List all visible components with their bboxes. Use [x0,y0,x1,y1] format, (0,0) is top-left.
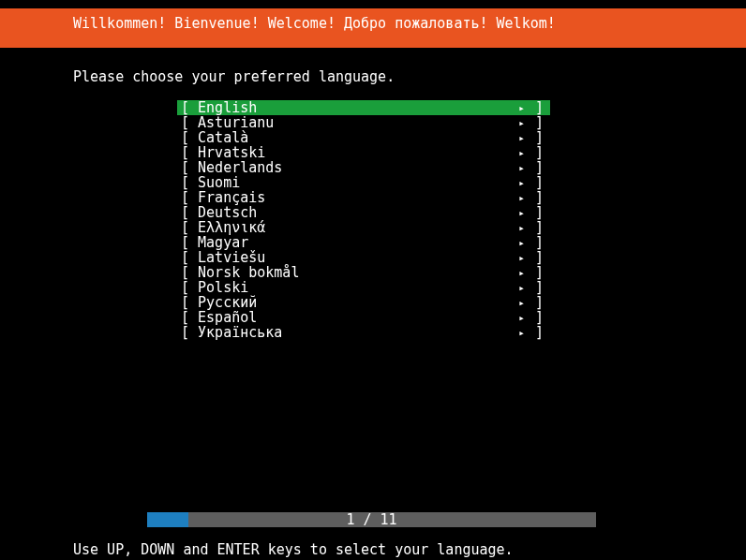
chevron-right-icon: ▸ [518,101,526,113]
language-arrow: ▸ ] [518,190,545,206]
language-list: [ English▸ ][ Asturianu▸ ][ Català▸ ][ H… [177,100,550,340]
language-option[interactable]: [ Nederlands▸ ] [177,160,550,175]
language-label: [ Hrvatski [181,145,265,160]
chevron-right-icon: ▸ [518,311,526,323]
language-option[interactable]: [ Magyar▸ ] [177,235,550,250]
chevron-right-icon: ▸ [518,191,526,203]
language-arrow: ▸ ] [518,145,545,161]
language-option[interactable]: [ Polski▸ ] [177,280,550,295]
chevron-right-icon: ▸ [518,146,526,158]
language-arrow: ▸ ] [518,280,545,296]
language-option[interactable]: [ Hrvatski▸ ] [177,145,550,160]
language-label: [ Norsk bokmål [181,265,299,280]
language-arrow: ▸ ] [518,265,545,281]
language-arrow: ▸ ] [518,205,545,221]
instruction-text: Please choose your preferred language. [0,48,746,85]
language-arrow: ▸ ] [518,100,545,116]
language-arrow: ▸ ] [518,160,545,176]
language-label: [ Català [181,130,248,145]
language-arrow: ▸ ] [518,175,545,191]
language-label: [ Français [181,190,265,205]
language-label: [ Nederlands [181,160,282,175]
chevron-right-icon: ▸ [518,266,526,278]
language-option[interactable]: [ Español▸ ] [177,310,550,325]
language-option[interactable]: [ Русский▸ ] [177,295,550,310]
language-arrow: ▸ ] [518,235,545,251]
header-bar: Willkommen! Bienvenue! Welcome! Добро по… [0,8,746,48]
language-label: [ Polski [181,280,248,295]
language-label: [ Magyar [181,235,248,250]
chevron-right-icon: ▸ [518,251,526,263]
language-option[interactable]: [ Norsk bokmål▸ ] [177,265,550,280]
chevron-right-icon: ▸ [518,206,526,218]
language-arrow: ▸ ] [518,115,545,131]
language-label: [ Українська [181,325,282,340]
progress-bar: 1 / 11 [147,512,596,527]
language-label: [ Latviešu [181,250,265,265]
language-label: [ Ελληνικά [181,220,265,235]
chevron-right-icon: ▸ [518,221,526,233]
language-label: [ Deutsch [181,205,257,220]
chevron-right-icon: ▸ [518,236,526,248]
chevron-right-icon: ▸ [518,281,526,293]
chevron-right-icon: ▸ [518,296,526,308]
header-title: Willkommen! Bienvenue! Welcome! Добро по… [73,15,556,32]
language-arrow: ▸ ] [518,310,545,326]
language-arrow: ▸ ] [518,325,545,341]
language-option[interactable]: [ Ελληνικά▸ ] [177,220,550,235]
language-option[interactable]: [ Deutsch▸ ] [177,205,550,220]
chevron-right-icon: ▸ [518,116,526,128]
language-arrow: ▸ ] [518,250,545,266]
chevron-right-icon: ▸ [518,131,526,143]
chevron-right-icon: ▸ [518,176,526,188]
language-arrow: ▸ ] [518,220,545,236]
language-option[interactable]: [ Українська▸ ] [177,325,550,340]
chevron-right-icon: ▸ [518,326,526,338]
language-option[interactable]: [ Suomi▸ ] [177,175,550,190]
language-label: [ Suomi [181,175,240,190]
language-label: [ Asturianu [181,115,274,130]
language-option[interactable]: [ English▸ ] [177,100,550,115]
language-option[interactable]: [ Asturianu▸ ] [177,115,550,130]
hint-text: Use UP, DOWN and ENTER keys to select yo… [73,541,514,558]
language-option[interactable]: [ Latviešu▸ ] [177,250,550,265]
language-option[interactable]: [ Català▸ ] [177,130,550,145]
language-arrow: ▸ ] [518,130,545,146]
language-label: [ English [181,100,257,115]
chevron-right-icon: ▸ [518,161,526,173]
language-option[interactable]: [ Français▸ ] [177,190,550,205]
language-label: [ Русский [181,295,257,310]
language-arrow: ▸ ] [518,295,545,311]
progress-text: 1 / 11 [147,511,596,528]
language-label: [ Español [181,310,257,325]
